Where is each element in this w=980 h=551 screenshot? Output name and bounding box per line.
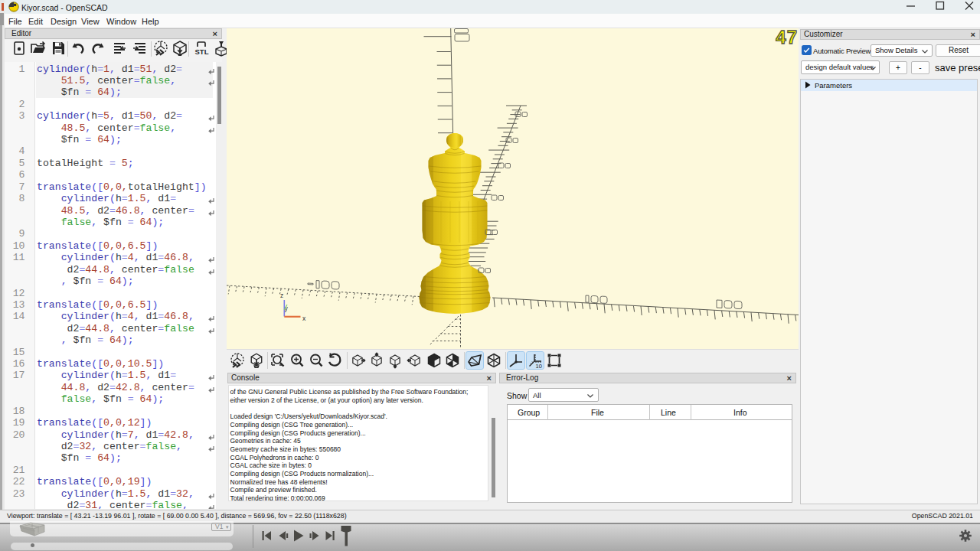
svg-text:x: x [302,315,306,322]
svg-text:z: z [280,292,283,299]
svg-text:10: 10 [536,363,542,370]
svg-text:STL: STL [195,47,209,56]
